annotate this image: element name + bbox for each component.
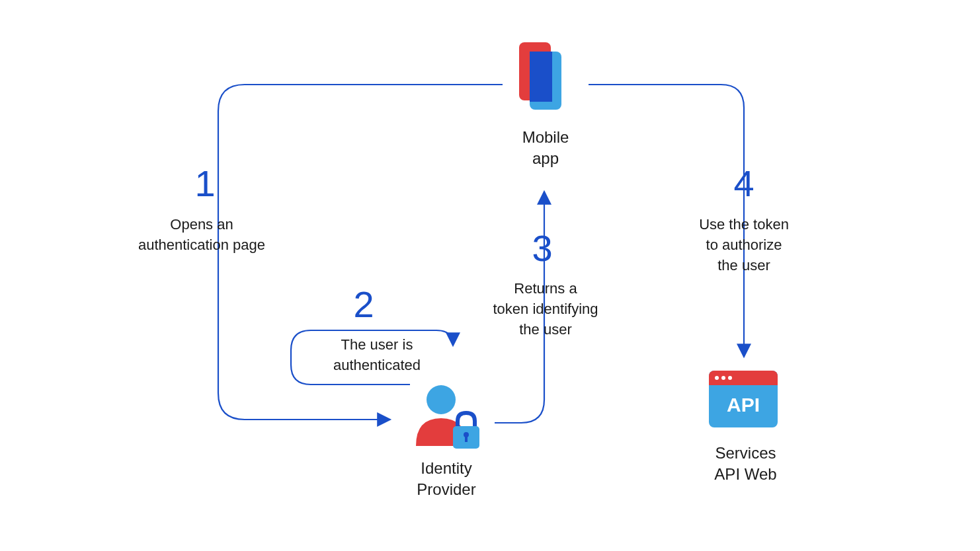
- step-4-text: Use the tokento authorizethe user: [684, 215, 803, 276]
- step-1-number: 1: [192, 162, 218, 205]
- flow-connectors: [0, 0, 980, 551]
- mobile-app-label: Mobileapp: [509, 127, 582, 170]
- step-2-text: The user isauthenticated: [324, 335, 430, 376]
- auth-flow-diagram: Mobileapp IdentityProvider API ServicesA…: [0, 0, 980, 551]
- step-3-number: 3: [529, 227, 555, 270]
- svg-point-11: [721, 376, 725, 380]
- svg-rect-2: [530, 52, 552, 102]
- step-3-text: Returns atoken identifyingthe user: [479, 279, 612, 340]
- step-1-text: Opens anauthentication page: [126, 215, 278, 256]
- svg-point-10: [715, 376, 719, 380]
- identity-provider-icon: [407, 380, 489, 459]
- svg-rect-6: [465, 436, 468, 442]
- svg-point-3: [427, 385, 456, 414]
- services-api-label: ServicesAPI Web: [701, 443, 790, 486]
- services-api-icon: API: [706, 367, 782, 435]
- identity-provider-label: IdentityProvider: [403, 458, 489, 501]
- api-icon-text: API: [727, 394, 760, 416]
- svg-point-12: [728, 376, 732, 380]
- mobile-app-icon: [512, 40, 572, 118]
- svg-rect-9: [709, 380, 778, 385]
- step-4-number: 4: [727, 162, 760, 205]
- step-2-number: 2: [350, 283, 377, 326]
